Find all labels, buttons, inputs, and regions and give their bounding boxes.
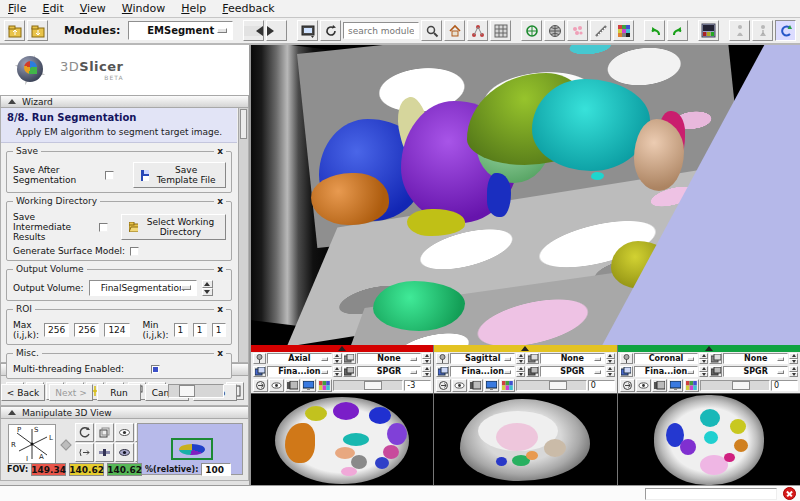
generate-surface-checkbox[interactable] — [130, 247, 139, 256]
measurements-button[interactable] — [590, 20, 611, 41]
sagittal-slice-image[interactable] — [434, 393, 616, 485]
mouse-pick-button[interactable] — [729, 20, 750, 41]
undo-button[interactable] — [644, 20, 665, 41]
menu-feedback[interactable]: Feedback — [222, 2, 274, 15]
fiber-bundles-button[interactable] — [567, 20, 588, 41]
working-directory-close[interactable]: x — [214, 196, 226, 206]
select-working-directory-button[interactable]: Select Working Directory — [121, 214, 226, 240]
slice-colors-button[interactable] — [500, 379, 515, 392]
rock-view-button[interactable] — [75, 443, 94, 462]
modules-dropdown[interactable]: EMSegment — [128, 21, 233, 40]
menu-edit[interactable]: Edit — [42, 2, 63, 15]
slider-handle[interactable] — [549, 381, 567, 390]
menu-help[interactable]: Help — [181, 2, 206, 15]
home-button[interactable] — [444, 20, 465, 41]
label-layer-button[interactable] — [436, 366, 449, 377]
label-layer-button[interactable] — [253, 366, 266, 377]
slice-offset-slider[interactable] — [333, 380, 403, 391]
foreground-spinner[interactable] — [422, 353, 431, 364]
slice-visible-button[interactable] — [269, 379, 284, 392]
view-axis-button[interactable] — [115, 443, 134, 462]
slice-link-button[interactable] — [253, 353, 266, 364]
background-spinner[interactable] — [422, 366, 431, 377]
orientation-dropdown[interactable]: Axial — [267, 353, 332, 364]
orientation-spinner[interactable] — [333, 353, 342, 364]
save-intermediate-checkbox[interactable] — [99, 223, 108, 232]
roi-min-i-field[interactable]: 1 — [174, 323, 188, 337]
view-3d-render[interactable] — [251, 45, 800, 345]
menu-file[interactable]: File — [8, 2, 26, 15]
label-map-dropdown[interactable]: Fina...ion — [634, 366, 699, 377]
mouse-transform-button[interactable] — [775, 20, 796, 41]
slice-colors-button[interactable] — [317, 379, 332, 392]
slice-screen-button[interactable] — [484, 379, 499, 392]
menu-view[interactable]: View — [80, 2, 106, 15]
orientation-spinner[interactable] — [516, 353, 525, 364]
roi-min-j-field[interactable]: 1 — [193, 323, 207, 337]
layout-select-button[interactable] — [698, 20, 719, 41]
background-dropdown[interactable]: SPGR — [540, 366, 605, 377]
previous-module-button[interactable] — [243, 20, 264, 41]
orientation-dropdown[interactable]: Coronal — [634, 353, 699, 364]
label-layer-button[interactable] — [620, 366, 633, 377]
module-history-button[interactable] — [297, 20, 318, 41]
label-map-dropdown[interactable]: Fina...ion — [450, 366, 515, 377]
slider-handle[interactable] — [732, 381, 750, 390]
navigation-zoom-button[interactable] — [95, 443, 114, 462]
error-log-icon[interactable] — [783, 487, 796, 500]
background-layer-button[interactable] — [343, 366, 356, 377]
output-volume-dropdown[interactable]: FinalSegmentation — [89, 280, 197, 296]
label-opacity-slider[interactable] — [168, 384, 224, 398]
slice-link-button[interactable] — [620, 353, 633, 364]
reload-module-button[interactable] — [320, 20, 341, 41]
colors-button[interactable] — [613, 20, 634, 41]
slice-more-button[interactable] — [253, 379, 268, 392]
scrollbar-thumb[interactable] — [240, 109, 247, 139]
foreground-layer-button[interactable] — [709, 353, 722, 364]
save-template-button[interactable]: Save Template File — [133, 162, 226, 188]
slider-handle[interactable] — [179, 385, 195, 397]
axial-slice-image[interactable] — [251, 393, 433, 485]
roi-max-i-field[interactable]: 256 — [44, 323, 69, 337]
foreground-spinner[interactable] — [606, 353, 615, 364]
wizard-section-header[interactable]: Wizard — [0, 95, 249, 108]
background-dropdown[interactable]: SPGR — [357, 366, 422, 377]
next-module-button[interactable] — [266, 20, 287, 41]
orientation-spinner[interactable] — [699, 353, 708, 364]
label-map-spinner[interactable] — [699, 366, 708, 377]
multithreading-checkbox[interactable] — [151, 365, 160, 374]
output-volume-close[interactable]: x — [214, 264, 226, 274]
slice-offset-slider[interactable] — [516, 380, 586, 391]
save-group-close[interactable]: x — [214, 146, 226, 156]
slice-screen-button[interactable] — [668, 379, 683, 392]
label-opacity-button[interactable] — [468, 379, 483, 392]
next-button[interactable]: Next > — [49, 384, 93, 401]
fiducials-button[interactable] — [521, 20, 542, 41]
visibility-3d-button[interactable] — [115, 423, 134, 442]
misc-close[interactable]: x — [214, 348, 226, 358]
background-layer-button[interactable] — [709, 366, 722, 377]
slice-link-button[interactable] — [436, 353, 449, 364]
slice-offset-field[interactable]: -3 — [404, 380, 431, 391]
roi-max-k-field[interactable]: 124 — [104, 323, 129, 337]
navigation-view-box[interactable] — [171, 438, 213, 460]
background-layer-button[interactable] — [526, 366, 539, 377]
output-volume-spinner[interactable] — [202, 280, 213, 296]
roi-min-k-field[interactable]: 1 — [212, 323, 226, 337]
label-map-dropdown[interactable]: Fina...ion — [267, 366, 332, 377]
background-dropdown[interactable]: SPGR — [723, 366, 788, 377]
foreground-dropdown[interactable]: None — [540, 353, 605, 364]
foreground-layer-button[interactable] — [343, 353, 356, 364]
green-slice-bar[interactable] — [618, 345, 800, 352]
slice-visible-button[interactable] — [636, 379, 651, 392]
foreground-dropdown[interactable]: None — [723, 353, 788, 364]
mouse-place-button[interactable] — [752, 20, 773, 41]
coronal-slice-image[interactable] — [618, 393, 800, 485]
slice-colors-button[interactable] — [684, 379, 699, 392]
ortho-projection-button[interactable] — [95, 423, 114, 442]
redo-button[interactable] — [667, 20, 688, 41]
back-button[interactable]: < Back — [1, 384, 45, 401]
slider-handle[interactable] — [364, 381, 382, 390]
slice-more-button[interactable] — [436, 379, 451, 392]
red-slice-bar[interactable] — [251, 345, 433, 352]
